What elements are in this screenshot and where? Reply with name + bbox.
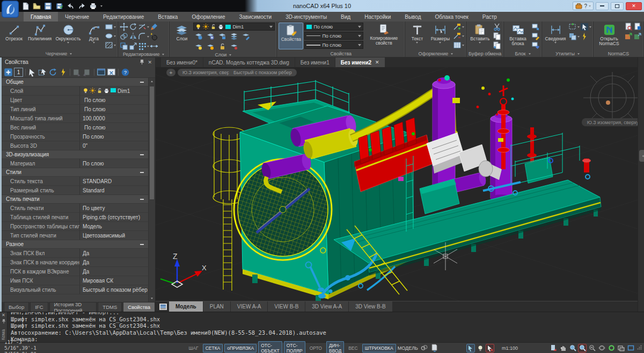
paste-props-disabled-icon[interactable] <box>83 68 92 77</box>
rectangle-dropdown-icon[interactable] <box>114 26 116 28</box>
layer-combo[interactable]: Dim1 <box>193 23 275 31</box>
property-row[interactable]: Высота 3D0" <box>2 141 148 150</box>
view-locator[interactable]: Ю.З изометрия, сверху <box>582 72 638 126</box>
pin-icon[interactable] <box>140 59 144 65</box>
ribbon-tab[interactable]: Вставка <box>151 12 185 21</box>
line-button[interactable]: Отрезок <box>2 23 26 49</box>
property-row[interactable]: Таблица стилей печатиPiping.ctb (отсутст… <box>2 213 148 222</box>
ellipse-dropdown-icon[interactable] <box>114 35 116 37</box>
collapse-icon[interactable] <box>140 172 144 173</box>
property-section-header[interactable]: 3D-визуализация <box>2 150 148 159</box>
property-row[interactable]: Знак ПСК ВклДа <box>2 249 148 258</box>
property-section-header[interactable]: Стили <box>2 168 148 177</box>
select-window-icon[interactable] <box>568 23 577 31</box>
layouts-menu-icon[interactable] <box>158 301 169 312</box>
property-row[interactable]: ПСК в каждом ВЭкранеДа <box>2 267 148 276</box>
paint-icon[interactable] <box>150 23 158 31</box>
layers-group-dropdown-icon[interactable] <box>229 54 231 56</box>
arc-button[interactable]: Дуга <box>84 23 104 49</box>
property-row[interactable]: Визуальный стильБыстрый с показом рёбер <box>2 285 148 294</box>
scale-indicator[interactable]: m1:100 <box>502 345 518 351</box>
document-tab[interactable]: nCAD. Модель коттеджа 3D.dwg✕ <box>203 57 295 67</box>
ribbon-tab[interactable]: Настройки <box>357 12 398 21</box>
viewport-scrollbar[interactable] <box>638 57 644 312</box>
block-group-dropdown-icon[interactable] <box>529 53 531 55</box>
osnap-cursor-icon[interactable] <box>466 344 475 352</box>
move-icon[interactable] <box>120 23 128 31</box>
locate-icon[interactable] <box>549 344 558 352</box>
panel-grip[interactable] <box>639 150 644 162</box>
panel-tab[interactable]: IFC <box>30 302 48 312</box>
mode-toggle[interactable]: ШАГ <box>186 344 201 352</box>
close-button[interactable]: ✕ <box>626 2 642 10</box>
mode-toggle[interactable]: СЕТКА <box>203 344 223 352</box>
polyline-button[interactable]: Полилиния <box>27 23 52 49</box>
normacs-doc-icon[interactable] <box>633 23 642 31</box>
property-row[interactable]: Слой Dim1 <box>2 87 148 96</box>
copy-icon[interactable] <box>120 32 128 41</box>
mode-toggle[interactable]: оПРИВЯЗКА <box>224 344 257 352</box>
zoom-window-icon[interactable] <box>578 344 587 352</box>
ribbon-tab[interactable]: Редактирование <box>96 12 151 21</box>
ribbon-tab[interactable]: Зависимости <box>232 12 279 21</box>
color-combo[interactable]: По слою <box>304 23 363 31</box>
zoom-icon[interactable] <box>568 344 577 352</box>
array-icon[interactable] <box>138 42 147 51</box>
maximize-button[interactable] <box>611 2 624 10</box>
layout-tab[interactable]: Модель <box>169 301 203 312</box>
property-row[interactable]: ЦветПо слою <box>2 96 148 105</box>
block-edit-icon[interactable] <box>531 32 540 40</box>
rotate-icon[interactable] <box>129 23 137 31</box>
app-logo-icon[interactable] <box>2 1 19 18</box>
layout-tab[interactable]: 3D View B-B <box>349 301 392 312</box>
property-row[interactable]: Размерный стильStandard <box>2 186 148 195</box>
stretch-icon[interactable] <box>150 42 158 51</box>
property-row[interactable]: Пространство таблицы стил...Модель <box>2 222 148 231</box>
command-history[interactable]: ИМП,IMPORT,ИИ,ИМПОРТ - Импорт...Шрифт si… <box>8 312 644 342</box>
copy-clip-icon[interactable] <box>493 32 501 40</box>
property-section-header[interactable]: Разное <box>2 240 148 249</box>
rectangle-icon[interactable] <box>105 23 113 31</box>
visual-style-pill[interactable]: Быстрый с показом рёбер <box>229 69 297 76</box>
drawing-canvas[interactable]: Z X Ю.З изометрия, сверху + <box>156 67 638 301</box>
command-close-icon[interactable]: ✕ <box>2 313 5 318</box>
normacs-update-icon[interactable] <box>624 32 633 41</box>
space-switch[interactable]: МОДЕЛЬ <box>398 344 438 352</box>
select-similar-icon[interactable] <box>568 32 577 41</box>
viewports-icon[interactable] <box>617 344 625 352</box>
linetype-combo[interactable]: По слою <box>304 32 363 40</box>
layer-lock-icon[interactable] <box>218 32 226 40</box>
insert-block-button[interactable]: Вставка блока <box>506 23 530 49</box>
fillet-icon[interactable] <box>138 32 147 41</box>
panel-close-icon[interactable]: ✕ <box>148 60 152 65</box>
property-row[interactable]: Вес линийПо слою <box>2 123 148 132</box>
layout-tab[interactable]: PLAN <box>203 301 230 312</box>
layer-unlock-icon[interactable] <box>218 42 226 51</box>
ribbon-tab[interactable]: Вывод <box>398 12 428 21</box>
ribbon-tab[interactable]: Облака точек <box>428 12 475 21</box>
ribbon-tab[interactable]: Вид <box>334 12 357 21</box>
copy-base-icon[interactable] <box>493 41 501 49</box>
layer-freeze-icon[interactable] <box>206 42 215 51</box>
quick-select-icon[interactable] <box>580 32 589 41</box>
layout-tab[interactable]: VIEW B-B <box>268 301 305 312</box>
property-row[interactable]: Масштаб типа линий100.0000 <box>2 114 148 123</box>
property-section-header[interactable]: Общие <box>2 78 148 87</box>
mirror-icon[interactable] <box>129 32 137 41</box>
mode-toggle[interactable]: ОТС-ОБЪЕКТ <box>258 341 282 353</box>
pan-icon[interactable] <box>559 344 567 352</box>
trim-icon[interactable] <box>138 23 147 31</box>
block-attach-icon[interactable] <box>531 41 540 49</box>
cycle-select-icon[interactable] <box>48 68 57 77</box>
property-row[interactable]: Тип стилей печатиЦветозависимый <box>2 231 148 240</box>
layer-on-icon[interactable] <box>194 42 203 51</box>
select-add-icon[interactable] <box>28 68 37 77</box>
select-cursor-icon[interactable] <box>580 23 589 31</box>
ribbon-tab[interactable]: Главная <box>24 12 58 21</box>
property-row[interactable]: Стиль печатиПо цвету <box>2 204 148 213</box>
copy-props-disabled-icon[interactable] <box>72 68 82 77</box>
layers-button[interactable]: Слои <box>171 23 192 49</box>
panel-tab[interactable]: TDMS <box>98 302 122 312</box>
selection-cursor-icon[interactable] <box>486 344 494 352</box>
help-icon[interactable]: ? <box>121 68 130 77</box>
